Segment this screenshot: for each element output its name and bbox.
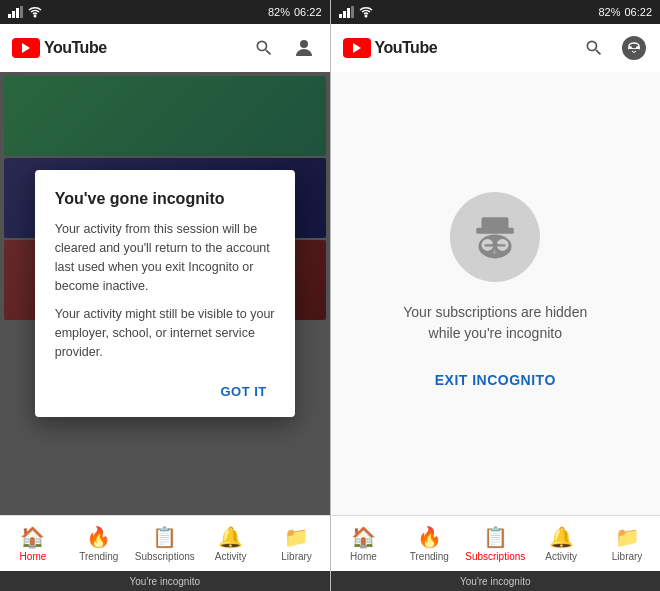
left-battery-text: 82% [268,6,290,18]
svg-rect-24 [485,244,506,246]
dialog-actions: GOT IT [55,372,275,405]
right-wifi-icon [359,6,373,18]
incognito-icon-circle [450,192,540,282]
right-nav-activity[interactable]: 🔔 Activity [528,521,594,566]
left-nav-home[interactable]: 🏠 Home [0,521,66,566]
left-nav-library[interactable]: 📁 Library [264,521,330,566]
dialog-paragraph-2: Your activity might still be visible to … [55,305,275,361]
right-bottom-nav: 🏠 Home 🔥 Trending 📋 Subscriptions 🔔 Acti… [331,515,661,571]
dialog-body: Your activity from this session will be … [55,220,275,361]
right-nav-activity-label: Activity [545,551,577,562]
right-nav-home-icon: 🏠 [351,525,376,549]
left-nav-home-label: Home [20,551,47,562]
right-nav-subscriptions[interactable]: 📋 Subscriptions [462,521,528,566]
right-yt-text: YouTube [375,39,438,57]
right-nav-library-icon: 📁 [615,525,640,549]
right-battery-text: 82% [598,6,620,18]
left-nav-subs-icon: 📋 [152,525,177,549]
right-status-bar: 82% 06:22 [331,0,661,24]
subscriptions-hidden-text: Your subscriptions are hidden while you'… [395,302,595,344]
left-status-left [8,6,42,18]
right-nav-trending[interactable]: 🔥 Trending [396,521,462,566]
svg-rect-8 [347,8,350,18]
left-youtube-logo: YouTube [12,38,107,58]
right-panel: 82% 06:22 YouTube [331,0,661,591]
left-search-icon[interactable] [250,34,278,62]
right-nav-home-label: Home [350,551,377,562]
right-nav-subs-icon: 📋 [483,525,508,549]
dialog-overlay: You've gone incognito Your activity from… [0,72,330,515]
right-topbar: YouTube [331,24,661,72]
left-nav-activity-label: Activity [215,551,247,562]
right-status-right: 82% 06:22 [598,6,652,18]
left-nav-subs-label: Subscriptions [135,551,195,562]
svg-rect-15 [629,49,639,51]
right-search-icon[interactable] [580,34,608,62]
left-nav-subscriptions[interactable]: 📋 Subscriptions [132,521,198,566]
right-signal-icon [339,6,355,18]
left-bg-content: You've gone incognito Your activity from… [0,72,330,515]
left-status-bar: 82% 06:22 [0,0,330,24]
svg-rect-7 [343,11,346,18]
right-incognito-badge [621,35,647,61]
left-status-right: 82% 06:22 [268,6,322,18]
right-main-content: Your subscriptions are hidden while you'… [331,72,661,515]
got-it-button[interactable]: GOT IT [212,378,274,405]
left-yt-text: YouTube [44,39,107,57]
right-nav-library[interactable]: 📁 Library [594,521,660,566]
svg-point-11 [622,36,646,60]
left-nav-trending[interactable]: 🔥 Trending [66,521,132,566]
incognito-main-icon [465,212,525,262]
right-incognito-text: You're incognito [460,576,530,587]
left-time: 06:22 [294,6,322,18]
svg-point-10 [364,15,367,18]
left-nav-activity[interactable]: 🔔 Activity [198,521,264,566]
left-topbar: YouTube [0,24,330,72]
left-nav-activity-icon: 🔔 [218,525,243,549]
right-yt-icon [343,38,371,58]
left-nav-library-label: Library [281,551,312,562]
dialog-paragraph-1: Your activity from this session will be … [55,220,275,295]
left-nav-trending-icon: 🔥 [86,525,111,549]
left-nav-home-icon: 🏠 [20,525,45,549]
right-nav-trending-label: Trending [410,551,449,562]
right-incognito-bar: You're incognito [331,571,661,591]
left-panel: 82% 06:22 YouTube You've gone incognito [0,0,330,591]
right-account-incognito-icon[interactable] [620,34,648,62]
right-time: 06:22 [624,6,652,18]
left-nav-library-icon: 📁 [284,525,309,549]
right-status-left [339,6,373,18]
right-nav-trending-icon: 🔥 [417,525,442,549]
svg-rect-6 [339,14,342,18]
left-yt-icon [12,38,40,58]
svg-rect-9 [351,6,354,18]
right-nav-activity-icon: 🔔 [549,525,574,549]
svg-rect-3 [20,6,23,18]
right-nav-library-label: Library [612,551,643,562]
svg-point-4 [34,15,37,18]
exit-incognito-button[interactable]: EXIT INCOGNITO [419,364,572,396]
signal-icon [8,6,24,18]
left-bottom-nav: 🏠 Home 🔥 Trending 📋 Subscriptions 🔔 Acti… [0,515,330,571]
left-nav-trending-label: Trending [79,551,118,562]
svg-rect-17 [482,217,509,229]
svg-rect-0 [8,14,11,18]
left-incognito-text: You're incognito [130,576,200,587]
right-nav-subs-label: Subscriptions [465,551,525,562]
svg-rect-2 [16,8,19,18]
svg-point-5 [300,40,308,48]
wifi-icon [28,6,42,18]
right-nav-home[interactable]: 🏠 Home [331,521,397,566]
left-account-icon[interactable] [290,34,318,62]
right-youtube-logo: YouTube [343,38,438,58]
left-incognito-bar: You're incognito [0,571,330,591]
dialog-title: You've gone incognito [55,190,275,208]
incognito-dialog: You've gone incognito Your activity from… [35,170,295,416]
svg-rect-1 [12,11,15,18]
